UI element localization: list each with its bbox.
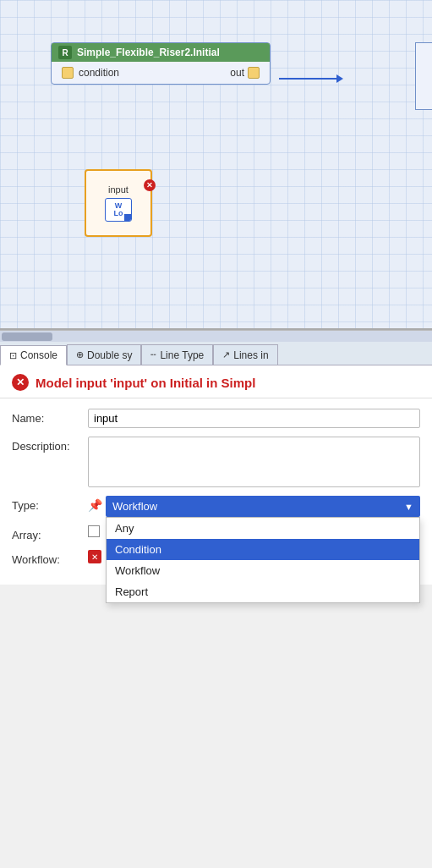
tab-bar: ⊡ Console ⊕ Double sy ╌ Line Type ↗ Line… <box>0 342 432 365</box>
type-selected-label: Workflow <box>112 500 157 513</box>
type-dropdown[interactable]: Workflow ▼ Any Condition Workflow Report <box>106 496 420 517</box>
properties-panel: ✕ Model input 'input' on Initial in Simp… <box>0 365 432 585</box>
small-node-input[interactable]: input ✕ WLo <box>85 169 152 237</box>
tab-console-label: Console <box>20 349 57 361</box>
chevron-down-icon: ▼ <box>404 502 413 512</box>
pin-icon: 📌 <box>88 498 102 512</box>
partial-node <box>415 42 432 110</box>
tab-line-type-label: Line Type <box>160 349 204 361</box>
node-title: Simple_Flexible_Riser2.Initial <box>77 47 220 58</box>
array-checkbox[interactable] <box>88 525 100 537</box>
type-dropdown-selected[interactable]: Workflow ▼ <box>106 496 420 517</box>
condition-port[interactable] <box>62 67 74 79</box>
condition-label: condition <box>79 67 119 79</box>
workflow-error-badge: ✕ <box>88 550 101 563</box>
type-label: Type: <box>12 496 88 512</box>
out-port[interactable] <box>248 67 260 79</box>
small-node-label: input <box>108 184 129 195</box>
small-node-error-badge: ✕ <box>144 179 156 191</box>
description-label: Description: <box>12 437 88 453</box>
tab-console[interactable]: ⊡ Console <box>0 345 67 365</box>
tab-double-sy-label: Double sy <box>87 349 132 361</box>
tab-line-type[interactable]: ╌ Line Type <box>141 344 213 365</box>
name-input[interactable] <box>88 409 420 428</box>
small-node-icon: WLo <box>105 198 132 222</box>
console-icon: ⊡ <box>9 350 17 361</box>
double-sy-icon: ⊕ <box>76 349 84 360</box>
description-row: Description: <box>12 437 420 487</box>
node-header: R Simple_Flexible_Riser2.Initial <box>52 43 270 62</box>
dropdown-option-any[interactable]: Any <box>107 518 419 539</box>
tab-double-sy[interactable]: ⊕ Double sy <box>67 344 141 365</box>
workflow-label: Workflow: <box>12 550 88 566</box>
scrollbar-thumb[interactable] <box>2 332 52 341</box>
out-area: out <box>230 67 260 79</box>
properties-title: Model input 'input' on Initial in Simpl <box>36 376 255 390</box>
out-label: out <box>230 67 244 79</box>
canvas-scrollbar[interactable] <box>0 330 432 342</box>
dropdown-option-condition[interactable]: Condition <box>107 539 419 560</box>
node-body: condition out <box>52 62 270 84</box>
lines-in-icon: ↗ <box>222 349 230 360</box>
type-row: Type: 📌 Workflow ▼ Any Condition Workflo… <box>12 496 420 517</box>
arrow-connector <box>279 78 338 80</box>
name-label: Name: <box>12 409 88 425</box>
header-error-icon: ✕ <box>12 374 29 391</box>
tab-lines-in[interactable]: ↗ Lines in <box>213 344 277 365</box>
node-box-main[interactable]: R Simple_Flexible_Riser2.Initial conditi… <box>51 42 271 85</box>
dropdown-option-workflow[interactable]: Workflow <box>107 560 419 581</box>
dropdown-option-report[interactable]: Report <box>107 581 419 602</box>
line-type-icon: ╌ <box>150 349 156 360</box>
node-badge: R <box>58 46 72 59</box>
array-label: Array: <box>12 525 88 541</box>
canvas-area: R Simple_Flexible_Riser2.Initial conditi… <box>0 0 432 330</box>
properties-header: ✕ Model input 'input' on Initial in Simp… <box>0 365 432 398</box>
tab-lines-in-label: Lines in <box>233 349 268 361</box>
name-row: Name: <box>12 409 420 428</box>
description-input[interactable] <box>88 437 420 487</box>
form-area: Name: Description: Type: 📌 Workflow ▼ An… <box>0 398 432 585</box>
type-dropdown-menu: Any Condition Workflow Report <box>106 517 420 603</box>
